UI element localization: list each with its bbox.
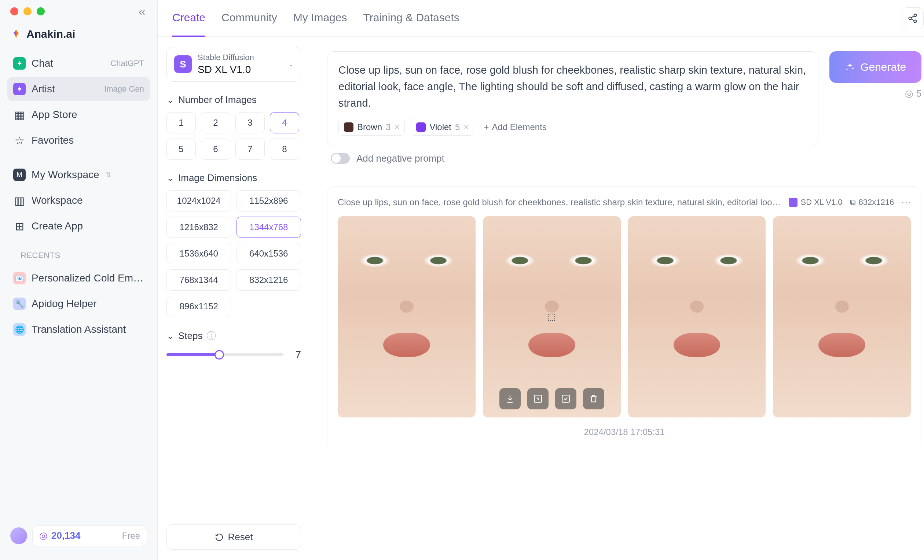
model-icon: S: [174, 55, 192, 73]
nav-favorites[interactable]: ☆ Favorites: [8, 128, 150, 153]
chip-remove-icon[interactable]: ×: [394, 122, 399, 132]
sort-icon: ⇅: [105, 171, 111, 179]
window-minimize-icon[interactable]: [24, 7, 32, 15]
num-opt-3[interactable]: 3: [236, 112, 265, 133]
reset-icon: [215, 533, 224, 542]
num-opt-6[interactable]: 6: [201, 139, 230, 160]
sidebar-footer: ◎ 20,134 Free: [0, 519, 157, 553]
dim-opt[interactable]: 1536x640: [166, 243, 231, 264]
result-more-button[interactable]: ⋯: [901, 197, 911, 208]
main: Create Community My Images Training & Da…: [158, 0, 924, 560]
add-label: Add Elements: [492, 122, 546, 132]
slider-fill: [166, 353, 219, 356]
nav-app-store[interactable]: ▦ App Store: [8, 103, 150, 127]
svg-point-0: [914, 14, 916, 16]
tab-create[interactable]: Create: [172, 0, 206, 37]
tab-training[interactable]: Training & Datasets: [363, 0, 459, 37]
reset-button[interactable]: Reset: [166, 524, 301, 550]
dim-opt[interactable]: 768x1344: [166, 270, 231, 290]
dim-opt[interactable]: 640x1536: [237, 243, 302, 264]
cost-indicator: ◎ 5: [905, 88, 921, 99]
element-chip-violet[interactable]: Violet 5 ×: [411, 119, 474, 136]
enhance-button[interactable]: [527, 388, 549, 409]
num-opt-8[interactable]: 8: [270, 139, 299, 160]
nav-badge: ChatGPT: [110, 58, 144, 68]
negative-prompt-row: Add negative prompt: [327, 153, 921, 164]
chip-weight: 3: [386, 122, 390, 132]
model-provider: Stable Diffusion: [198, 52, 254, 63]
workspace: S Stable Diffusion SD XL V1.0 ⌄ ⌄ Number…: [158, 37, 924, 560]
window-controls: [0, 7, 157, 28]
dim-opt[interactable]: 896x1152: [166, 296, 231, 317]
recent-item-0[interactable]: 📧 Personalized Cold Email Fro…: [8, 266, 150, 290]
window-close-icon[interactable]: [10, 7, 18, 15]
nav-my-workspace[interactable]: M My Workspace ⇅: [8, 163, 150, 187]
edit-button[interactable]: [555, 388, 576, 409]
dim-opt[interactable]: 1152x896: [237, 190, 302, 211]
group-label: Steps: [178, 330, 203, 341]
group-toggle[interactable]: ⌄ Image Dimensions: [166, 172, 301, 184]
sidebar-collapse-button[interactable]: [137, 7, 147, 18]
tab-community[interactable]: Community: [222, 0, 277, 37]
result-header: Close up lips, sun on face, rose gold bl…: [338, 197, 911, 208]
chip-remove-icon[interactable]: ×: [464, 122, 469, 132]
nav-workspace[interactable]: ▥ Workspace: [8, 189, 150, 213]
result-prompt-echo: Close up lips, sun on face, rose gold bl…: [338, 197, 782, 207]
recent-item-1[interactable]: 🔧 Apidog Helper: [8, 292, 150, 316]
user-avatar[interactable]: [10, 527, 27, 544]
prompt-text[interactable]: Close up lips, sun on face, rose gold bl…: [338, 62, 807, 111]
info-icon[interactable]: ⓘ: [206, 329, 216, 342]
slider-thumb[interactable]: [214, 350, 224, 359]
result-image-3[interactable]: [628, 216, 766, 418]
delete-button[interactable]: [583, 388, 604, 409]
prompt-box: Close up lips, sun on face, rose gold bl…: [327, 51, 818, 146]
nav-label: Artist: [32, 83, 55, 95]
nav-chat[interactable]: ✦ Chat ChatGPT: [8, 51, 150, 75]
result-dimensions: 832x1216: [859, 198, 894, 207]
add-elements-button[interactable]: + Add Elements: [480, 119, 550, 135]
result-image-1[interactable]: [338, 216, 476, 418]
setting-num-images: ⌄ Number of Images 1 2 3 4 5 6 7 8: [166, 94, 301, 160]
negative-prompt-toggle[interactable]: [331, 153, 350, 164]
svg-rect-4: [562, 395, 569, 403]
nav-label: Chat: [32, 58, 53, 69]
nav-label: App Store: [32, 109, 77, 121]
download-button[interactable]: [500, 388, 520, 409]
share-button[interactable]: [902, 7, 924, 29]
brand-name: Anakin.ai: [26, 28, 75, 40]
dim-opt[interactable]: 1344x768: [237, 217, 302, 238]
result-model: SD XL V1.0: [800, 198, 842, 207]
num-opt-1[interactable]: 1: [166, 112, 196, 133]
num-opt-7[interactable]: 7: [236, 139, 265, 160]
num-opt-5[interactable]: 5: [166, 139, 196, 160]
result-image-4[interactable]: [773, 216, 911, 418]
group-toggle[interactable]: ⌄ Steps ⓘ: [166, 329, 301, 342]
credit-icon: ◎: [905, 88, 914, 99]
result-image-2[interactable]: ⬚: [483, 216, 621, 418]
nav-label: Workspace: [32, 195, 83, 206]
tab-my-images[interactable]: My Images: [293, 0, 347, 37]
element-chip-brown[interactable]: Brown 3 ×: [338, 119, 405, 136]
nav-artist[interactable]: ✦ Artist Image Gen: [8, 77, 150, 101]
dim-opt[interactable]: 1024x1024: [166, 190, 231, 211]
dim-opt[interactable]: 1216x832: [166, 217, 231, 238]
num-opt-4[interactable]: 4: [270, 112, 299, 133]
app-icon: 📧: [13, 272, 26, 284]
workspace-badge-icon: M: [13, 169, 26, 181]
generate-button[interactable]: Generate: [830, 51, 921, 83]
nav-create-app[interactable]: ⊞ Create App: [8, 214, 150, 238]
model-selector[interactable]: S Stable Diffusion SD XL V1.0 ⌄: [166, 47, 301, 82]
group-toggle[interactable]: ⌄ Number of Images: [166, 94, 301, 106]
window-zoom-icon[interactable]: [37, 7, 45, 15]
steps-slider[interactable]: [166, 353, 284, 356]
result-block: Close up lips, sun on face, rose gold bl…: [327, 186, 921, 449]
credit-pill[interactable]: ◎ 20,134 Free: [32, 525, 147, 546]
topbar: Create Community My Images Training & Da…: [158, 0, 924, 37]
image-grid: ⬚: [338, 216, 911, 418]
svg-point-1: [909, 17, 912, 19]
dim-opt[interactable]: 832x1216: [237, 270, 302, 290]
recent-item-2[interactable]: 🌐 Translation Assistant: [8, 317, 150, 341]
nav-label: My Workspace: [32, 169, 99, 181]
sparkle-icon: [845, 62, 855, 72]
num-opt-2[interactable]: 2: [201, 112, 230, 133]
